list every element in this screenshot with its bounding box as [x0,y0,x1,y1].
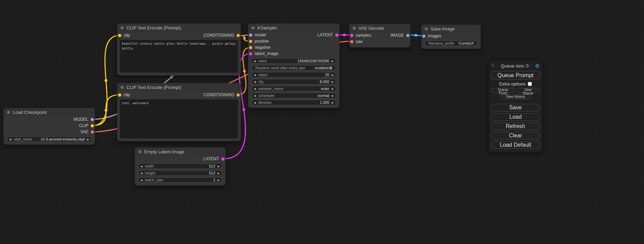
settings-gear-icon[interactable]: ⚙ [535,63,540,69]
right-arrow-icon[interactable]: ▶ [332,74,334,76]
node-title-bar[interactable]: Empty Latent Image [135,147,226,156]
right-arrow-icon[interactable]: ▶ [332,88,334,90]
node-title: Save Image [431,26,455,31]
input-dot-clip[interactable] [118,34,121,37]
node-vae-decode[interactable]: VAE Decode samples IMAGE vae [349,24,411,47]
right-arrow-icon[interactable]: ▶ [332,101,334,104]
output-dot-latent[interactable] [221,157,224,161]
collapse-dot-icon[interactable] [353,27,356,30]
node-canvas[interactable]: Load Checkpoint MODEL CLIP VAE ◀ ckpt_na… [0,0,644,244]
right-arrow-icon[interactable]: ▶ [218,172,220,174]
slot-label: VAE [80,129,88,134]
height-widget[interactable]: ◀ height 512 ▶ [138,170,222,176]
queue-front-button[interactable]: Queue Front [491,88,515,93]
node-title-bar[interactable]: VAE Decode [349,24,411,32]
node-title-bar[interactable]: Save Image [421,25,481,33]
left-arrow-icon[interactable]: ◀ [254,101,256,104]
node-title-bar[interactable]: CLIP Text Encode (Prompt) [117,24,241,32]
clear-button[interactable]: Clear [491,132,540,139]
load-button[interactable]: Load [491,113,540,121]
node-load-checkpoint[interactable]: Load Checkpoint MODEL CLIP VAE ◀ ckpt_na… [3,108,95,145]
right-arrow-icon[interactable]: ▶ [218,179,220,181]
node-title-bar[interactable]: Load Checkpoint [3,108,95,116]
node-clip-text-encode-negative[interactable]: CLIP Text Encode (Prompt) clip CONDITION… [117,83,241,141]
collapse-dot-icon[interactable] [121,86,124,89]
left-arrow-icon[interactable]: ◀ [141,179,142,181]
right-arrow-icon[interactable]: ▶ [332,94,334,97]
left-arrow-icon[interactable]: ◀ [9,138,11,141]
input-dot-latent-image[interactable] [249,52,252,55]
node-title: Empty Latent Image [144,149,184,154]
output-dot-clip[interactable] [91,124,94,127]
right-arrow-icon[interactable]: ▶ [218,165,220,168]
collapse-dot-icon[interactable] [138,150,141,153]
input-slot-clip: clip [118,92,130,97]
node-title-bar[interactable]: CLIP Text Encode (Prompt) [117,83,241,91]
input-dot-model[interactable] [249,34,252,37]
output-dot-vae[interactable] [91,130,94,134]
prompt-textarea[interactable]: beautiful scenery nature glass bottle la… [120,40,238,73]
menu-header: ⠿ Queue size: 0 ⚙ [491,62,540,69]
extra-options-checkbox[interactable] [528,82,532,86]
node-empty-latent-image[interactable]: Empty Latent Image LATENT ◀ width 512 ▶ … [135,147,226,186]
ckpt-name-widget[interactable]: ◀ ckpt_name v1-5-pruned-emaonly.ckpt ▶ [7,136,91,142]
output-slot-latent: LATENT [317,33,339,37]
left-arrow-icon[interactable]: ◀ [254,88,256,90]
input-dot-samples[interactable] [350,34,353,37]
slot-label: latent_image [255,51,279,56]
queue-prompt-button[interactable]: Queue Prompt [491,71,540,80]
load-default-button[interactable]: Load Default [491,141,540,149]
output-dot-latent[interactable] [335,34,338,37]
widget-label: width [145,164,154,168]
collapse-dot-icon[interactable] [121,26,124,29]
view-queue-button[interactable]: View Queue [516,88,540,93]
left-arrow-icon[interactable]: ◀ [141,165,142,168]
input-dot-negative[interactable] [249,46,252,49]
save-button[interactable]: Save [491,104,540,111]
input-dot-vae[interactable] [350,40,353,43]
refresh-button[interactable]: Refresh [491,123,540,130]
left-arrow-icon[interactable]: ◀ [141,172,142,174]
steps-widget[interactable]: ◀ steps 20 ▶ [252,72,336,78]
input-dot-positive[interactable] [249,40,252,43]
link-midpoint-dot [105,109,107,112]
output-dot-conditioning[interactable] [237,93,240,97]
widget-label: scheduler [258,93,275,98]
drag-handle-icon[interactable]: ⠿ [491,64,494,68]
seed-widget[interactable]: ◀ seed 156680208700286 ▶ [252,58,336,64]
left-arrow-icon[interactable]: ◀ [254,81,256,83]
node-ksampler[interactable]: KSampler model LATENT positive negative … [248,24,339,108]
input-dot-images[interactable] [422,35,425,38]
collapse-dot-icon[interactable] [425,27,428,30]
left-arrow-icon[interactable]: ◀ [254,60,256,62]
widget-value: 512 [209,164,215,168]
right-arrow-icon[interactable]: ▶ [332,60,334,62]
node-save-image[interactable]: Save Image images filename_prefix ComfyU… [421,25,481,49]
slot-label: samples [356,33,371,38]
view-history-button[interactable]: View History [500,94,531,99]
node-clip-text-encode-positive[interactable]: CLIP Text Encode (Prompt) clip CONDITION… [117,24,241,75]
output-dot-conditioning[interactable] [237,34,240,37]
collapse-dot-icon[interactable] [252,26,255,29]
cfg-widget[interactable]: ◀ cfg 8.000 ▶ [252,79,336,84]
right-arrow-icon[interactable]: ▶ [87,138,89,141]
node-title-bar[interactable]: KSampler [248,24,339,32]
denoise-widget[interactable]: ◀ denoise 1.000 ▶ [252,100,336,105]
scheduler-widget[interactable]: ◀ scheduler normal ▶ [252,93,336,98]
link-midpoint-dot [242,108,245,111]
random-seed-toggle[interactable]: Random seed after every gen enabled [252,65,336,71]
left-arrow-icon[interactable]: ◀ [254,94,256,97]
sampler-name-widget[interactable]: ◀ sampler_name euler ▶ [252,86,336,91]
filename-prefix-widget[interactable]: filename_prefix ComfyUI [425,40,477,46]
width-widget[interactable]: ◀ width 512 ▶ [138,163,222,169]
left-arrow-icon[interactable]: ◀ [254,74,256,76]
output-dot-model[interactable] [91,118,94,121]
widget-label: cfg [258,80,263,84]
output-dot-image[interactable] [406,34,409,37]
prompt-textarea[interactable]: text, watermark [120,99,238,138]
batch-size-widget[interactable]: ◀ batch_size 1 ▶ [138,177,222,183]
collapse-dot-icon[interactable] [7,111,10,114]
input-dot-clip[interactable] [118,93,121,97]
right-arrow-icon[interactable]: ▶ [332,81,334,83]
toggle-dot-icon[interactable] [329,66,332,70]
